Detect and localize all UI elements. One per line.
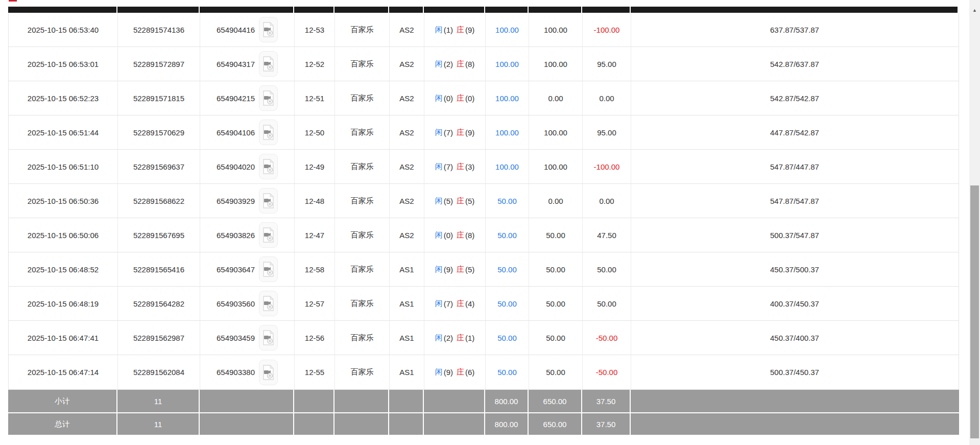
cell-bet_id: 522891571815 xyxy=(118,81,200,115)
balance-value: 547.87/447.87 xyxy=(770,162,819,171)
cell-valid_amount: 50.00 xyxy=(529,287,583,320)
time-value: 2025-10-15 06:47:41 xyxy=(28,334,99,342)
cell-bet_amount: 50.00 xyxy=(486,287,529,320)
table-row: 2025-10-15 06:50:06522891567695654903826… xyxy=(9,218,959,252)
bet-amount-link[interactable]: 50.00 xyxy=(497,231,517,240)
cell-balance: 547.87/547.87 xyxy=(631,184,958,218)
video-replay-button[interactable] xyxy=(259,291,278,316)
cell-balance: 500.37/547.87 xyxy=(631,218,958,252)
game-number: 654903826 xyxy=(217,231,255,240)
game-number: 654903929 xyxy=(217,197,255,205)
video-replay-icon xyxy=(262,227,274,243)
valid-amount-value: 100.00 xyxy=(544,128,567,137)
scrollbar-thumb[interactable] xyxy=(970,185,979,438)
cell-bet_amount: 50.00 xyxy=(486,252,529,286)
banker-points: (9) xyxy=(465,128,474,137)
valid-amount-value: 50.00 xyxy=(546,334,565,342)
cell-win_loss: 47.50 xyxy=(583,218,631,252)
video-replay-button[interactable] xyxy=(259,17,278,42)
player-points: (2) xyxy=(444,334,453,342)
cell-time: 2025-10-15 06:48:19 xyxy=(9,287,118,320)
footer-cell-result xyxy=(424,413,485,435)
header-cell-cutoff xyxy=(485,7,529,13)
table-code-value: AS2 xyxy=(399,231,414,240)
bet-amount-link[interactable]: 100.00 xyxy=(495,128,519,137)
banker-points: (6) xyxy=(465,368,474,377)
video-replay-button[interactable] xyxy=(259,325,278,350)
bet-amount-link[interactable]: 100.00 xyxy=(495,162,519,171)
cell-bet_id: 522891562987 xyxy=(118,321,200,355)
video-replay-icon xyxy=(262,296,274,311)
round-value: 12-57 xyxy=(305,299,324,308)
bet-amount-link[interactable]: 50.00 xyxy=(497,299,517,308)
footer-cell-result xyxy=(424,390,485,412)
round-value: 12-53 xyxy=(305,26,324,34)
footer-cell-time: 小计 xyxy=(8,390,117,412)
footer-bet_amount: 800.00 xyxy=(495,397,518,406)
bet-amount-link[interactable]: 50.00 xyxy=(497,197,517,205)
bet-amount-link[interactable]: 100.00 xyxy=(495,26,519,34)
video-replay-icon xyxy=(262,159,274,174)
balance-value: 450.37/500.37 xyxy=(770,265,819,274)
cell-round: 12-48 xyxy=(295,184,335,218)
video-replay-button[interactable] xyxy=(259,222,278,248)
video-replay-button[interactable] xyxy=(259,256,278,282)
cell-valid_amount: 50.00 xyxy=(529,218,583,252)
cell-bet_id: 522891568622 xyxy=(118,184,200,218)
footer-cell-bet_id: 11 xyxy=(117,413,200,435)
video-replay-button[interactable] xyxy=(259,360,278,385)
banker-label: 庄 xyxy=(457,333,464,343)
cell-win_loss: 95.00 xyxy=(583,47,631,81)
video-replay-button[interactable] xyxy=(259,85,278,111)
cell-valid_amount: 50.00 xyxy=(529,321,583,355)
game-number: 654904317 xyxy=(217,60,255,68)
video-replay-button[interactable] xyxy=(259,120,278,145)
player-label: 闲 xyxy=(435,230,443,240)
bet-id-value: 522891571815 xyxy=(133,94,184,103)
footer-cell-valid_amount: 650.00 xyxy=(529,390,582,412)
valid-amount-value: 100.00 xyxy=(544,60,567,68)
cell-bet_id: 522891567695 xyxy=(118,218,200,252)
cell-table_code: AS2 xyxy=(390,115,424,149)
scrollbar-up-button[interactable]: ▲ xyxy=(969,5,980,15)
bet-id-value: 522891574136 xyxy=(133,26,184,34)
video-replay-button[interactable] xyxy=(259,154,278,179)
footer-cell-bet_id: 11 xyxy=(117,390,200,412)
bet-amount-link[interactable]: 50.00 xyxy=(497,265,517,274)
cell-result: 闲(7)庄(3) xyxy=(424,150,486,183)
bet-amount-link[interactable]: 50.00 xyxy=(497,368,517,377)
table-row: 2025-10-15 06:50:36522891568622654903929… xyxy=(9,184,959,218)
cell-win_loss: 50.00 xyxy=(583,287,631,320)
video-replay-button[interactable] xyxy=(259,51,278,77)
table-row: 2025-10-15 06:53:01522891572897654904317… xyxy=(9,47,959,81)
cell-valid_amount: 100.00 xyxy=(529,115,583,149)
balance-value: 542.87/637.87 xyxy=(770,60,819,68)
header-cell-cutoff xyxy=(8,7,117,13)
footer-win_loss: 37.50 xyxy=(596,420,616,429)
video-replay-button[interactable] xyxy=(259,188,278,214)
game-name-value: 百家乐 xyxy=(351,230,374,240)
game-name-value: 百家乐 xyxy=(351,265,374,274)
banker-label: 庄 xyxy=(457,367,464,377)
cell-game_no: 654903459 xyxy=(200,321,295,355)
table-row: 2025-10-15 06:47:41522891562987654903459… xyxy=(9,321,959,355)
banker-label: 庄 xyxy=(457,59,464,69)
game-name-value: 百家乐 xyxy=(351,59,374,69)
footer-win_loss: 37.50 xyxy=(596,397,616,406)
round-value: 12-51 xyxy=(305,94,324,103)
bet-amount-link[interactable]: 100.00 xyxy=(495,60,519,68)
cell-round: 12-53 xyxy=(295,13,335,46)
game-number: 654903380 xyxy=(217,368,255,377)
win-loss-value: 50.00 xyxy=(597,299,616,308)
player-points: (0) xyxy=(444,231,453,240)
bet-amount-link[interactable]: 50.00 xyxy=(497,334,517,342)
bet-id-value: 522891568622 xyxy=(133,197,184,205)
table-code-value: AS2 xyxy=(399,197,414,205)
cell-time: 2025-10-15 06:48:52 xyxy=(9,252,118,286)
player-label: 闲 xyxy=(435,59,443,69)
table-row: 2025-10-15 06:47:14522891562084654903380… xyxy=(9,355,959,389)
footer-bet_amount: 800.00 xyxy=(495,420,518,429)
bet-amount-link[interactable]: 100.00 xyxy=(495,94,519,103)
vertical-scrollbar[interactable]: ▲ xyxy=(969,0,980,445)
win-loss-value: -50.00 xyxy=(596,334,618,342)
